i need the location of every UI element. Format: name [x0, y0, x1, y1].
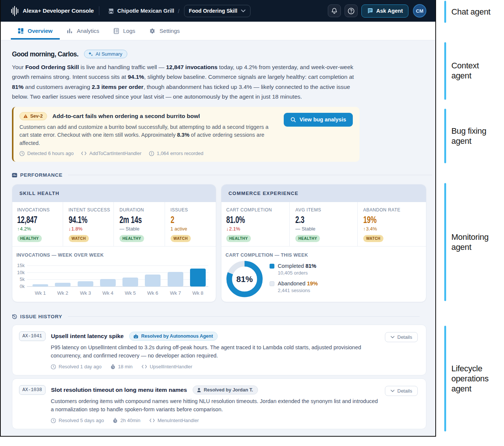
svg-text:0k: 0k: [20, 284, 25, 289]
svg-text:10k: 10k: [17, 270, 25, 275]
svg-text:Wk 5: Wk 5: [125, 290, 136, 296]
svg-text:Wk 4: Wk 4: [102, 290, 113, 296]
svg-text:81%: 81%: [236, 275, 253, 284]
svg-text:5k: 5k: [20, 277, 25, 282]
svg-text:Wk 8: Wk 8: [192, 290, 203, 296]
svg-text:Wk 7: Wk 7: [170, 290, 181, 296]
svg-text:Wk 2: Wk 2: [57, 290, 68, 296]
svg-text:Wk 3: Wk 3: [80, 290, 91, 296]
svg-text:Wk 1: Wk 1: [35, 290, 46, 296]
svg-text:Wk 6: Wk 6: [147, 290, 158, 296]
svg-text:15k: 15k: [17, 263, 25, 268]
